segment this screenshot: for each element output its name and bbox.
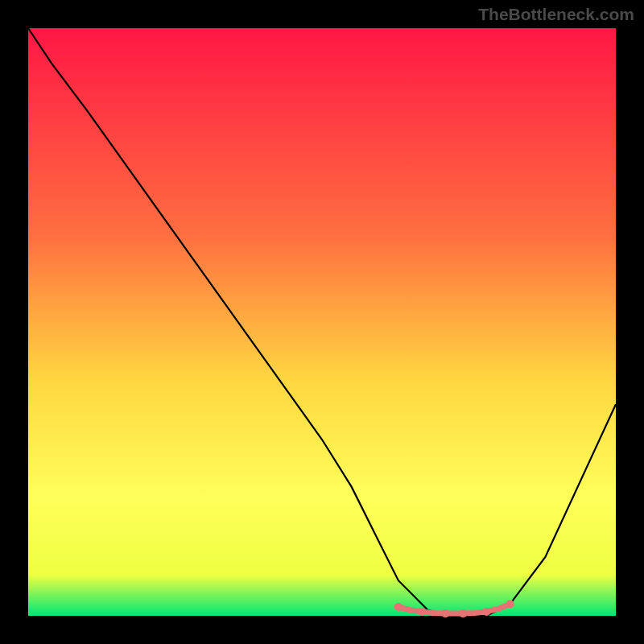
optimal-range-dot bbox=[482, 608, 490, 616]
optimal-range-dot bbox=[459, 609, 467, 617]
chart-container: TheBottleneck.com bbox=[0, 0, 644, 644]
optimal-range-dot bbox=[394, 603, 402, 611]
optimal-range-dot bbox=[441, 609, 449, 617]
optimal-range-dot bbox=[506, 600, 514, 608]
watermark-text: TheBottleneck.com bbox=[478, 5, 634, 24]
plot-background bbox=[28, 28, 616, 616]
optimal-range-dot bbox=[418, 608, 426, 616]
chart-svg bbox=[0, 0, 644, 644]
